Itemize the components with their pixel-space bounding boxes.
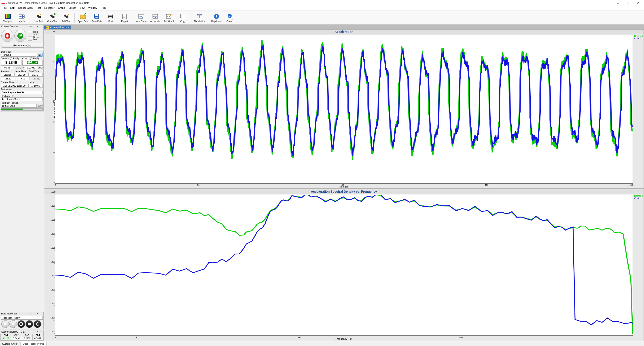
maximize-button[interactable] (623, 0, 633, 6)
bottom-tab-system-check[interactable]: System Check (0, 342, 20, 346)
svg-rect-38 (200, 15, 202, 16)
title-bar: VibrationVIEW - Demonstration Mode - Liv… (0, 0, 644, 6)
newgraph-icon (138, 13, 145, 20)
svg-rect-59 (46, 26, 49, 29)
recorder-pause-button[interactable] (10, 320, 17, 328)
tb-newgraph[interactable]: New Graph (134, 12, 148, 25)
svg-rect-37 (197, 15, 200, 16)
svg-line-58 (38, 323, 39, 323)
hold-timer-checkbox[interactable] (28, 31, 32, 35)
recorder-record-button[interactable] (18, 320, 25, 328)
recorder-stop-button[interactable] (1, 320, 9, 328)
tb-editgraph[interactable]: Edit Graph (162, 12, 176, 25)
menu-configuration[interactable]: Configuration (16, 6, 34, 11)
accel-val-ch2[interactable]: 3.8491 (11, 337, 22, 340)
tb-opentest[interactable]: Open Test (46, 12, 59, 25)
control-buttons-panel: Control Buttons ········ ▾ × (0, 25, 44, 49)
minimize-button[interactable] (613, 0, 622, 6)
menu-help[interactable]: Help (99, 6, 108, 11)
svg-rect-28 (139, 14, 143, 18)
tb-opendata[interactable]: Open Data (76, 12, 90, 25)
psd-chart[interactable]: Acceleration Spectral Density vs. Freque… (44, 189, 644, 341)
tb-inputs[interactable]: Inputs (15, 12, 28, 25)
menu-view[interactable]: View (78, 6, 86, 11)
svg-rect-19 (96, 17, 98, 18)
svg-point-13 (52, 16, 54, 18)
tb-tilevert[interactable]: Tile Vertical (193, 12, 206, 25)
stop-button[interactable] (1, 30, 14, 42)
tb-navigator[interactable]: Navigator (1, 12, 15, 25)
psd-plot-area[interactable] (55, 195, 633, 336)
acceleration-chart[interactable]: Acceleration Demand Control Acceleration… (44, 29, 644, 189)
edittest-icon (62, 13, 70, 20)
status-panel: Stop Code Running Info Demand (G RMS) 3.… (0, 50, 44, 111)
open-loop-label: Open Loop (33, 36, 40, 41)
tb-copy[interactable]: Copy (176, 12, 190, 25)
svg-rect-34 (182, 15, 185, 19)
inputs-icon (18, 13, 25, 20)
svg-rect-47 (12, 323, 13, 325)
tb-edittest[interactable]: Edit Test (59, 12, 73, 25)
svg-rect-22 (109, 17, 112, 19)
menu-window[interactable]: Window (86, 6, 99, 11)
run-button[interactable] (14, 30, 26, 42)
y-ticks: 1050-5-10-15 (50, 31, 54, 184)
tab-acceleration[interactable]: Acceleration(1) × (44, 26, 71, 29)
data-recorder-header: Data Recorder (1, 312, 17, 315)
panel-close-icon[interactable]: × (39, 25, 42, 28)
accel-val-ch1[interactable]: 3.2142 (1, 337, 12, 340)
menu-recorder[interactable]: Recorder (42, 6, 56, 11)
menu-cursor[interactable]: Cursor (67, 6, 78, 11)
tb-print[interactable]: Print (104, 12, 118, 25)
tab-close-icon[interactable]: × (68, 26, 69, 29)
tb-savedata[interactable]: Save Data (90, 12, 104, 25)
autoscale-icon (152, 13, 159, 20)
tb-context[interactable]: ?Context (224, 12, 237, 25)
control-value: 3.1602 (22, 60, 43, 66)
test-name-value: Data Replay Profile (1, 91, 43, 94)
x-axis-label: Frequency (Hz) (336, 337, 352, 340)
y-ticks: 1x10-21x10-31x10-41x10-51x10-61x10-71x10… (50, 190, 54, 336)
svg-rect-1 (627, 2, 629, 4)
recorder-settings-button[interactable] (34, 320, 41, 328)
total-time-value: 0:03:14 (29, 73, 43, 77)
accel-table: Ch1 Ch2 Ch3 Ch4 3.2142 3.8491 8.2105 8.7… (0, 334, 43, 340)
accel-col-ch2[interactable]: Ch2 (11, 334, 22, 337)
playback-progress (1, 108, 43, 111)
toolbar: Navigator Inputs New Test Open Test Edit… (0, 11, 644, 25)
menu-bar: File Edit Configuration Test Recorder Gr… (0, 6, 644, 11)
panel-close-icon[interactable]: × (39, 312, 42, 315)
acceleration-plot-area[interactable] (55, 35, 633, 184)
accel-val-ch4[interactable]: 8.7691 (32, 337, 43, 340)
chart-title: Acceleration (44, 30, 644, 34)
panel-dropdown-icon[interactable]: ▾ (36, 330, 39, 333)
report-icon (121, 13, 128, 20)
tb-helpindex[interactable]: ?Help Index (210, 12, 224, 25)
playback-set-button[interactable]: Set (37, 104, 43, 108)
accel-col-ch1[interactable]: Ch1 (1, 334, 12, 337)
tb-autoscale[interactable]: Autoscale (148, 12, 162, 25)
open-loop-checkbox[interactable] (28, 36, 32, 41)
reset-averaging-button[interactable]: Reset Averaging (2, 43, 43, 48)
menu-edit[interactable]: Edit (8, 6, 16, 11)
accel-val-ch3[interactable]: 8.2105 (22, 337, 33, 340)
acceleration-panel: Acceleration (G RMS) ······ ▾ × Ch1 Ch2 … (0, 330, 44, 341)
info-button[interactable]: Info (37, 53, 43, 57)
app-icon (1, 1, 5, 5)
recorder-open-button[interactable] (26, 320, 33, 328)
panel-dropdown-icon[interactable]: ▾ (36, 312, 39, 315)
bottom-tab-data-replay[interactable]: Data Replay Profile (20, 341, 46, 346)
svg-point-15 (66, 16, 68, 18)
accel-col-ch4[interactable]: Ch4 (32, 334, 43, 337)
close-button[interactable] (633, 0, 643, 6)
tb-newtest[interactable]: New Test (32, 12, 46, 25)
accel-col-ch3[interactable]: Ch3 (22, 334, 33, 337)
panel-close-icon[interactable]: × (39, 330, 42, 333)
toolbar-separator (74, 13, 75, 23)
opendata-icon (80, 13, 86, 20)
menu-file[interactable]: File (1, 6, 8, 11)
menu-test[interactable]: Test (34, 6, 42, 11)
panel-dropdown-icon[interactable]: ▾ (36, 25, 39, 28)
menu-graph[interactable]: Graph (56, 6, 67, 11)
tb-report[interactable]: Report (118, 12, 132, 25)
